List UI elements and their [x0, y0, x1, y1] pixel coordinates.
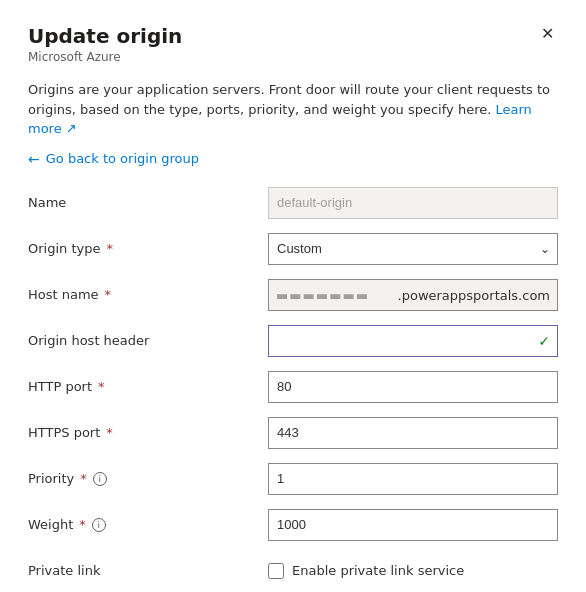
weight-required-star: *: [79, 517, 86, 532]
https-port-row: HTTPS port *: [28, 417, 558, 449]
origin-host-header-label: Origin host header: [28, 333, 268, 348]
host-name-row: Host name * ▬▬▬▬▬▬▬ .powerappsportals.co…: [28, 279, 558, 311]
origin-type-required-star: *: [106, 241, 113, 256]
origin-type-select-wrapper: Custom Storage Cloud service Web App ⌄: [268, 233, 558, 265]
origin-host-header-row: Origin host header ✓: [28, 325, 558, 357]
dialog-title-group: Update origin Microsoft Azure: [28, 24, 182, 64]
name-control: [268, 187, 558, 219]
private-link-label: Private link: [28, 563, 268, 578]
dialog-header: Update origin Microsoft Azure ✕: [28, 24, 558, 64]
weight-label: Weight * i: [28, 517, 268, 532]
https-port-input[interactable]: [268, 417, 558, 449]
weight-row: Weight * i: [28, 509, 558, 541]
back-arrow-icon: ←: [28, 151, 40, 167]
dialog-title: Update origin: [28, 24, 182, 48]
http-port-input[interactable]: [268, 371, 558, 403]
private-link-checkbox-label: Enable private link service: [292, 563, 464, 578]
https-port-label: HTTPS port *: [28, 425, 268, 440]
description-text: Origins are your application servers. Fr…: [28, 80, 558, 139]
private-link-row: Private link Enable private link service: [28, 555, 558, 587]
close-icon: ✕: [541, 24, 554, 43]
http-port-label: HTTP port *: [28, 379, 268, 394]
update-origin-dialog: Update origin Microsoft Azure ✕ Origins …: [0, 0, 586, 592]
weight-input[interactable]: [268, 509, 558, 541]
host-name-wrapper: ▬▬▬▬▬▬▬ .powerappsportals.com: [268, 279, 558, 311]
priority-input[interactable]: [268, 463, 558, 495]
name-label: Name: [28, 195, 268, 210]
priority-row: Priority * i: [28, 463, 558, 495]
name-row: Name: [28, 187, 558, 219]
host-name-required-star: *: [105, 287, 112, 302]
close-button[interactable]: ✕: [537, 20, 558, 47]
origin-type-control: Custom Storage Cloud service Web App ⌄: [268, 233, 558, 265]
weight-control: [268, 509, 558, 541]
origin-host-header-input[interactable]: [268, 325, 558, 357]
name-input[interactable]: [268, 187, 558, 219]
origin-host-header-wrapper: ✓: [268, 325, 558, 357]
http-port-row: HTTP port *: [28, 371, 558, 403]
https-port-required-star: *: [106, 425, 113, 440]
priority-info-icon[interactable]: i: [93, 472, 107, 486]
private-link-checkbox[interactable]: [268, 563, 284, 579]
priority-control: [268, 463, 558, 495]
host-name-control: ▬▬▬▬▬▬▬ .powerappsportals.com: [268, 279, 558, 311]
dialog-subtitle: Microsoft Azure: [28, 50, 182, 64]
check-icon: ✓: [538, 333, 550, 349]
weight-info-icon[interactable]: i: [92, 518, 106, 532]
origin-type-select[interactable]: Custom Storage Cloud service Web App: [268, 233, 558, 265]
private-link-control: Enable private link service: [268, 563, 558, 579]
host-name-input[interactable]: [268, 279, 558, 311]
back-to-origin-group-link[interactable]: ← Go back to origin group: [28, 151, 558, 167]
origin-type-row: Origin type * Custom Storage Cloud servi…: [28, 233, 558, 265]
http-port-control: [268, 371, 558, 403]
external-link-icon: ↗: [66, 121, 77, 136]
host-name-label: Host name *: [28, 287, 268, 302]
priority-label: Priority * i: [28, 471, 268, 486]
https-port-control: [268, 417, 558, 449]
origin-type-label: Origin type *: [28, 241, 268, 256]
http-port-required-star: *: [98, 379, 105, 394]
private-link-checkbox-row: Enable private link service: [268, 563, 558, 579]
origin-host-header-control: ✓: [268, 325, 558, 357]
priority-required-star: *: [80, 471, 87, 486]
